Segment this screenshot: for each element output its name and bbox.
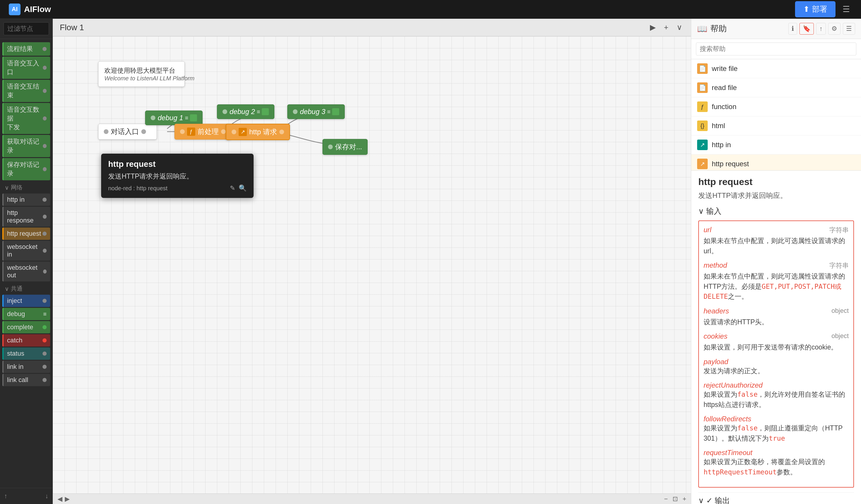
node-label: 保存对... [335, 142, 362, 152]
sidebar-item-link-in[interactable]: link in [2, 360, 50, 373]
node-label: status [7, 350, 24, 357]
bookmark-btn[interactable]: 🔖 [800, 23, 814, 35]
section-network[interactable]: ∨ 网络 [0, 181, 53, 193]
node-icon: ↗ [238, 128, 247, 136]
node-label: debug 1 [158, 114, 183, 122]
node-label: 语音交互结束 [7, 82, 43, 100]
list-icon: ≡ [327, 108, 331, 115]
node-input-port [293, 109, 298, 114]
list-item-function[interactable]: ƒ function [691, 97, 861, 117]
flow-menu-btn[interactable]: ∨ [675, 21, 684, 34]
sidebar-item-catch[interactable]: catch [2, 334, 50, 346]
sidebar-item-complete[interactable]: complete [2, 321, 50, 333]
list-icon: ≡ [43, 311, 46, 317]
section-common[interactable]: ∨ 共通 [0, 282, 53, 294]
zoom-out-btn[interactable]: − [664, 495, 668, 503]
sidebar-item-websocket-in[interactable]: websocket in [2, 241, 50, 261]
canvas-node-debug2[interactable]: debug 2 ≡ [217, 104, 274, 119]
sidebar-item-liucheng[interactable]: 流程结果 [2, 42, 50, 56]
node-label: inject [7, 297, 22, 305]
sidebar-item-yuyin3[interactable]: 语音交互数据下发 [2, 103, 50, 134]
function-icon: ƒ [697, 101, 708, 112]
input-key-url: url [703, 226, 711, 234]
input-payload: payload 发送为请求的正文。 [703, 358, 849, 376]
list-item-write-file[interactable]: 📄 write file [691, 59, 861, 78]
canvas-node-debug1[interactable]: debug 1 ≡ [145, 110, 203, 125]
sidebar-nodes: 流程结果 语音交互入口 语音交互结束 语音交互数据下发 获取对话记录 保存对话记… [0, 39, 53, 488]
node-label: complete [7, 323, 33, 331]
output-section-header[interactable]: ∨ ✓ 输出 [698, 492, 854, 504]
node-output-port [141, 129, 146, 134]
fit-btn[interactable]: ⊡ [672, 495, 678, 503]
input-desc-method: 如果未在节点中配置，则此可选属性设置请求的HTTP方法。必须是GET,PUT,P… [703, 271, 849, 302]
canvas-node-preprocess[interactable]: ƒ 前处理 [175, 124, 231, 139]
help-search-input[interactable] [696, 42, 856, 55]
help-input-section: ∨ 输入 url 字符串 如果未在节点中配置，则此可选属性设置请求的url。 [698, 206, 854, 488]
sidebar-footer: ↑ ↓ [0, 488, 53, 504]
deploy-button[interactable]: ⬆ 部署 [795, 1, 835, 17]
flow-run-btn[interactable]: ▶ [648, 21, 658, 34]
list-item-read-file[interactable]: 📄 read file [691, 78, 861, 97]
canvas-node-dialog-entry[interactable]: 对话入口 [98, 124, 157, 139]
http-in-label: http in [712, 141, 855, 149]
sidebar-item-http-response[interactable]: http response [2, 207, 50, 227]
flow-add-btn[interactable]: + [662, 21, 670, 34]
search-input[interactable] [3, 22, 49, 35]
node-input-port [151, 115, 155, 120]
sidebar-item-debug[interactable]: debug ≡ [2, 308, 50, 320]
sidebar-item-websocket-out[interactable]: websocket out [2, 261, 50, 282]
right-search-container [691, 39, 861, 59]
help-title: http request [698, 177, 854, 187]
right-panel-actions: ℹ 🔖 ↑ ⚙ ☰ [788, 23, 855, 35]
share-btn[interactable]: ↑ [816, 23, 826, 35]
canvas-node-http-request[interactable]: ↗ http 请求 [226, 124, 290, 140]
sidebar-item-huoqu[interactable]: 获取对话记录 [2, 135, 50, 157]
write-file-label: write file [712, 65, 855, 73]
zoom-in-btn[interactable]: + [682, 495, 686, 503]
menu-btn[interactable]: ☰ [843, 23, 855, 35]
flow-footer: ◀ ▶ − ⊡ + [53, 493, 691, 504]
scroll-down-btn[interactable]: ↓ [43, 491, 50, 502]
sidebar-item-yuyin1[interactable]: 语音交互入口 [2, 57, 50, 79]
sidebar-item-inject[interactable]: inject [2, 295, 50, 307]
flow-bottom-right: − ⊡ + [664, 495, 686, 503]
scroll-left-btn[interactable]: ◀ [57, 495, 63, 503]
canvas-node-debug3[interactable]: debug 3 ≡ [287, 104, 345, 119]
node-label: debug [7, 310, 25, 318]
tooltip-search-btn[interactable]: 🔍 [238, 185, 247, 192]
sidebar-item-status[interactable]: status [2, 348, 50, 360]
canvas-node-welcome[interactable]: 欢迎使用聆思大模型平台 Welcome to ListenAI LLM Plat… [98, 61, 185, 87]
output-collapse-icon: ∨ [698, 496, 704, 504]
sidebar-item-yuyin2[interactable]: 语音交互结束 [2, 80, 50, 102]
list-item-html[interactable]: {} html [691, 117, 861, 135]
input-section-header[interactable]: ∨ 输入 [698, 206, 854, 216]
sidebar-item-http-request[interactable]: http request [2, 228, 50, 240]
welcome-text-en: Welcome to ListenAI LLM Platform [104, 75, 195, 82]
node-port-indicator [43, 249, 46, 253]
node-label: 获取对话记录 [7, 137, 43, 155]
canvas-node-save[interactable]: 保存对... [323, 139, 368, 155]
list-icon: ≡ [257, 108, 260, 115]
right-panel-header: 📖 帮助 ℹ 🔖 ↑ ⚙ ☰ [691, 19, 861, 39]
logo-icon: AI [9, 3, 20, 15]
sidebar-item-http-in[interactable]: http in [2, 193, 50, 206]
list-item-http-request[interactable]: ↗ http request [691, 154, 861, 171]
settings-btn[interactable]: ⚙ [828, 23, 840, 35]
sidebar-item-link-call[interactable]: link call [2, 374, 50, 386]
node-label: link call [7, 376, 28, 384]
flow-canvas[interactable]: 欢迎使用聆思大模型平台 Welcome to ListenAI LLM Plat… [53, 36, 691, 493]
scroll-up-btn[interactable]: ↑ [2, 491, 9, 502]
hamburger-button[interactable]: ☰ [840, 2, 852, 16]
input-type-headers: object [831, 307, 849, 317]
info-btn[interactable]: ℹ [788, 23, 797, 35]
tooltip-edit-btn[interactable]: ✎ [230, 185, 235, 192]
node-label: 流程结果 [7, 44, 33, 53]
list-item-http-in[interactable]: ↗ http in [691, 135, 861, 154]
input-reject: rejectUnauthorized 如果设置为false，则允许对使用自签名证… [703, 381, 849, 410]
sidebar-item-baocun[interactable]: 保存对话记录 [2, 158, 50, 180]
input-follow: followRedirects 如果设置为false，则阻止遵循重定向（HTTP… [703, 415, 849, 443]
node-list: 📄 write file 📄 read file ƒ function {} h… [691, 59, 861, 171]
html-icon: {} [697, 121, 708, 131]
scroll-right-btn[interactable]: ▶ [65, 495, 70, 503]
input-type-method: 字符串 [829, 261, 849, 271]
